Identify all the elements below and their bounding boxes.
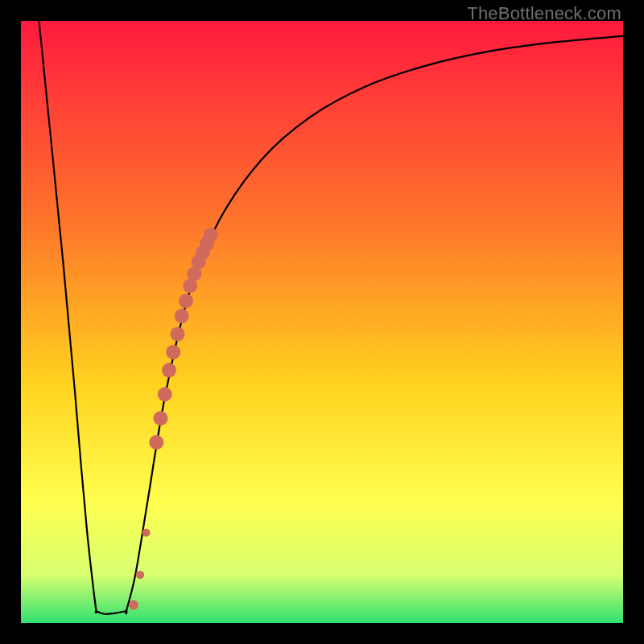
marker-point [175,309,189,324]
marker-point [166,345,180,359]
marker-point [142,529,151,537]
marker-point [158,387,172,402]
chart-frame: TheBottleneck.com [0,0,644,644]
marker-point [136,571,144,579]
marker-point [162,363,176,378]
marker-point [204,228,218,242]
marker-point [154,411,168,426]
marker-point [179,294,193,308]
marker-point [129,601,138,610]
marker-point [149,436,163,450]
plot-area [21,21,623,623]
gradient-background [21,21,623,623]
marker-point [170,327,184,341]
chart-svg [21,21,623,623]
